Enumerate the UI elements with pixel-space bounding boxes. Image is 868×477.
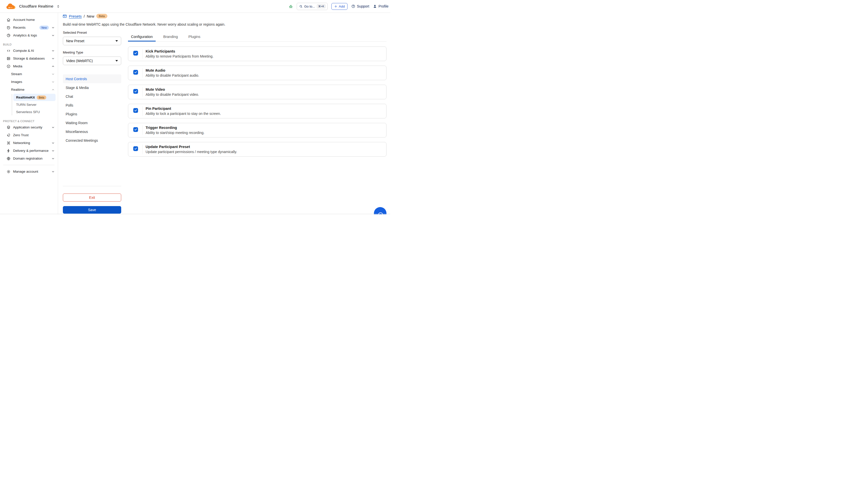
sidebar-item-compute-ai[interactable]: Compute & AI [0, 47, 58, 55]
sidebar: Account home Recents New Analytics & log… [0, 12, 58, 214]
breadcrumb-current: New [87, 14, 94, 18]
exit-button[interactable]: Exit [63, 193, 121, 201]
chevron-up-icon [51, 65, 55, 68]
sidebar-item-analytics-logs[interactable]: Analytics & logs [0, 31, 58, 39]
menu-item-polls[interactable]: Polls [63, 101, 121, 109]
sidebar-item-label: Analytics & logs [13, 33, 49, 37]
breadcrumb-separator: / [84, 14, 85, 18]
play-circle-icon [6, 64, 10, 68]
sidebar-item-media[interactable]: Media [0, 62, 58, 70]
code-icon [6, 49, 10, 53]
menu-item-miscellaneous[interactable]: Miscellaneous [63, 127, 121, 136]
sidebar-item-manage-account[interactable]: Manage account [0, 168, 58, 176]
home-icon [6, 18, 10, 22]
app-header: Cloudflare Realtime [0, 0, 390, 13]
sidebar-item-turn-server[interactable]: TURN Server [13, 101, 56, 108]
sidebar-item-domain-registration[interactable]: Domain registration [0, 155, 58, 162]
cloudflare-logo-icon [6, 3, 16, 9]
breadcrumb: Presets / New Beta [63, 13, 107, 19]
preset-section-menu: Host Controls Stage & Media Chat Polls P… [63, 74, 121, 145]
checkbox[interactable] [133, 108, 138, 113]
beta-badge: Beta [96, 14, 107, 18]
sidebar-item-realtime[interactable]: Realtime [0, 86, 58, 94]
support-menu[interactable]: Support [351, 4, 369, 8]
meeting-type-label: Meeting Type [63, 51, 121, 54]
card-divider [142, 87, 143, 97]
preset-panel: Selected Preset New Preset Meeting Type … [63, 31, 121, 214]
help-circle-icon [351, 4, 355, 8]
menu-item-plugins[interactable]: Plugins [63, 109, 121, 118]
sidebar-item-realtimekit[interactable]: RealtimeKit Beta [13, 94, 56, 101]
global-search-input[interactable]: Go to... ⌘+K [297, 3, 328, 10]
permission-title: Mute Audio [146, 68, 165, 72]
bug-report-icon[interactable] [289, 4, 293, 8]
permission-card-mute-audio: Mute Audio Ability to disable Participan… [128, 66, 386, 80]
menu-item-chat[interactable]: Chat [63, 92, 121, 101]
chat-widget-button[interactable] [374, 207, 386, 214]
checkbox[interactable] [133, 127, 138, 132]
chevron-down-icon [51, 26, 55, 29]
shield-code-icon [6, 125, 10, 129]
menu-item-host-controls[interactable]: Host Controls [63, 74, 121, 83]
meeting-type-select[interactable]: Video (WebRTC) [63, 57, 121, 65]
chevron-down-icon [51, 149, 55, 153]
permission-list: Kick Participants Ability to remove Part… [128, 46, 386, 157]
permission-description: Update participant permissions / meeting… [146, 150, 237, 154]
selected-preset-label: Selected Preset [63, 31, 121, 34]
panel-divider [63, 186, 121, 186]
lightning-icon [6, 149, 10, 153]
sidebar-item-stream[interactable]: Stream [0, 70, 58, 78]
save-button[interactable]: Save [63, 206, 121, 214]
sidebar-item-zero-trust[interactable]: Zero Trust [0, 131, 58, 139]
permission-card-trigger-recording: Trigger Recording Ability to start/stop … [128, 123, 386, 137]
header-actions: Go to... ⌘+K Add [289, 0, 389, 12]
chevron-up-down-icon [56, 4, 60, 8]
tab-branding[interactable]: Branding [160, 33, 181, 41]
shield-arrow-icon [6, 133, 10, 137]
menu-item-waiting-room[interactable]: Waiting Room [63, 118, 121, 127]
sidebar-item-label: Compute & AI [13, 49, 49, 53]
profile-menu[interactable]: Profile [373, 4, 389, 8]
page-description: Build real-time WebRTC apps using the Cl… [63, 22, 225, 26]
sidebar-item-label: Application security [13, 125, 49, 129]
selected-preset-value: New Preset [66, 39, 84, 43]
add-button[interactable]: Add [332, 3, 347, 10]
checkbox[interactable] [133, 146, 138, 151]
checkbox[interactable] [133, 51, 138, 56]
sidebar-item-delivery-performance[interactable]: Delivery & performance [0, 147, 58, 155]
sidebar-item-label: Recents [13, 26, 37, 29]
sidebar-item-account-home[interactable]: Account home [0, 16, 58, 24]
breadcrumb-presets-link[interactable]: Presets [69, 14, 82, 18]
sidebar-item-images[interactable]: Images [0, 78, 58, 86]
chevron-down-icon [51, 49, 55, 53]
chevron-down-icon [51, 157, 55, 160]
account-switcher[interactable]: Cloudflare Realtime [6, 0, 60, 12]
card-divider [142, 68, 143, 78]
sidebar-item-storage-databases[interactable]: Storage & databases [0, 55, 58, 62]
tab-configuration[interactable]: Configuration [128, 33, 156, 41]
new-badge: New [39, 26, 49, 30]
selected-preset-select[interactable]: New Preset [63, 37, 121, 45]
sidebar-item-serverless-sfu[interactable]: Serverless SFU [13, 108, 56, 116]
storage-icon [6, 57, 10, 61]
configuration-panel: Configuration Branding Plugins Kick Part… [128, 33, 386, 161]
menu-item-stage-media[interactable]: Stage & Media [63, 83, 121, 92]
sidebar-item-label: Serverless SFU [16, 110, 40, 114]
history-icon [6, 26, 10, 30]
sidebar-item-label: Media [13, 64, 49, 68]
sidebar-item-label: Stream [11, 72, 49, 76]
sidebar-item-label: Images [11, 80, 49, 84]
globe-icon [6, 157, 10, 161]
sidebar-item-recents[interactable]: Recents New [0, 24, 58, 31]
sidebar-item-application-security[interactable]: Application security [0, 123, 58, 131]
chevron-down-icon [51, 141, 55, 145]
tab-bar: Configuration Branding Plugins [128, 33, 386, 42]
sidebar-item-networking[interactable]: Networking [0, 139, 58, 147]
permission-card-mute-video: Mute Video Ability to disable Participan… [128, 85, 386, 99]
checkbox[interactable] [133, 89, 138, 94]
menu-item-connected-meetings[interactable]: Connected Meetings [63, 136, 121, 145]
checkbox[interactable] [133, 70, 138, 75]
presets-window-icon [63, 14, 67, 18]
card-divider [142, 145, 143, 154]
tab-plugins[interactable]: Plugins [185, 33, 204, 41]
